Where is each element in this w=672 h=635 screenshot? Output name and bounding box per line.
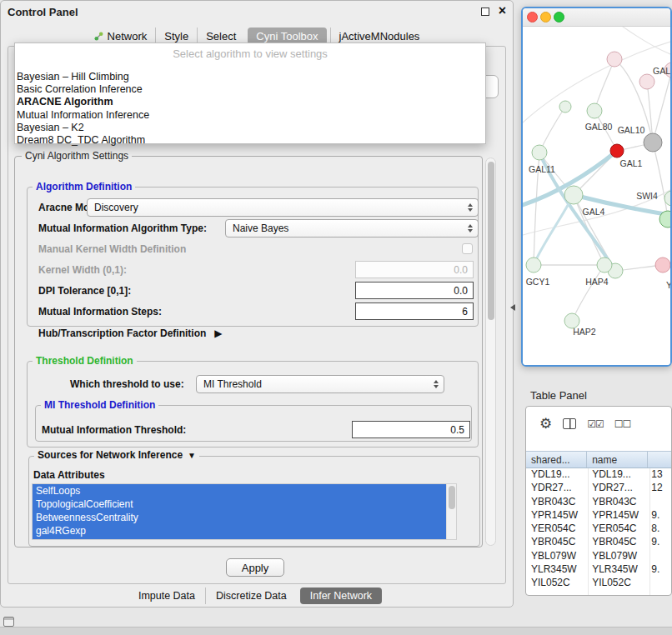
- network-tab-icon: [94, 32, 103, 41]
- mi-threshold-input[interactable]: 0.5: [352, 421, 470, 438]
- manual-kernel-checkbox[interactable]: [462, 243, 473, 254]
- table-row[interactable]: YLR345W YLR345W 9.: [526, 563, 671, 577]
- scrollbar-thumb[interactable]: [449, 486, 455, 509]
- dropdown-option[interactable]: Basic Correlation Inference: [15, 83, 485, 96]
- network-node-label: GAL: [653, 66, 670, 76]
- settings-scrollbar[interactable]: [485, 158, 496, 546]
- network-node-label: SWI4: [636, 191, 658, 201]
- hub-definition-label: Hub/Transcription Factor Definition: [38, 328, 206, 339]
- partially-visible-selected-row: [33, 538, 446, 540]
- table-row[interactable]: YIL052C YIL052C: [526, 577, 671, 590]
- network-node-label: GAL10: [618, 125, 645, 135]
- scrollbar-thumb[interactable]: [488, 162, 494, 320]
- columns-icon[interactable]: [563, 418, 576, 429]
- collapsed-arrow-icon: ▶: [214, 328, 222, 339]
- table-row[interactable]: YPR145W YPR145W 9.: [526, 509, 671, 522]
- tab-label: Select: [206, 30, 236, 42]
- tab-discretize-data[interactable]: Discretize Data: [205, 588, 297, 604]
- network-node[interactable]: [607, 52, 622, 67]
- network-canvas[interactable]: GALGAL80GAL10GAL1GAL11SWI4GAL4GCY1HAP4HA…: [523, 27, 670, 365]
- attribute-list-scrollbar[interactable]: [446, 484, 456, 539]
- minimize-traffic-button[interactable]: [540, 12, 551, 22]
- network-node[interactable]: [559, 101, 571, 112]
- data-attributes-list[interactable]: SelfLoops TopologicalCoefficient Between…: [32, 483, 457, 540]
- attribute-item-selected[interactable]: SelfLoops: [33, 484, 446, 498]
- combo-arrows-icon: [468, 203, 473, 212]
- network-canvas-container[interactable]: GALGAL80GAL10GAL1GAL11SWI4GAL4GCY1HAP4HA…: [523, 27, 670, 365]
- float-window-icon[interactable]: [481, 8, 489, 16]
- aracne-mode-select[interactable]: Discovery: [87, 198, 479, 217]
- column-header-shared-name[interactable]: shared...: [526, 452, 587, 468]
- network-node[interactable]: [610, 144, 624, 158]
- mi-threshold-group-title: MI Threshold Definition: [41, 399, 158, 411]
- table-row[interactable]: YDL19... YDL19... 13: [526, 468, 671, 482]
- attribute-item-selected[interactable]: BetweennessCentrality: [33, 511, 446, 524]
- dropdown-option[interactable]: Bayesian – Hill Climbing: [15, 71, 485, 83]
- network-node[interactable]: [597, 258, 612, 272]
- network-node[interactable]: [587, 103, 602, 118]
- network-edge: [594, 59, 614, 111]
- tab-impute-data[interactable]: Impute Data: [128, 588, 205, 604]
- control-panel-titlebar[interactable]: Control Panel ×: [1, 1, 513, 22]
- mi-steps-label: Mutual Information Steps:: [38, 306, 162, 318]
- select-all-checkboxes-icon[interactable]: ☑☑: [587, 418, 604, 430]
- table-row[interactable]: YBL079W YBL079W: [526, 550, 671, 563]
- dropdown-option[interactable]: Dream8 DC_TDC Algorithm: [15, 134, 485, 147]
- network-node[interactable]: [532, 145, 547, 160]
- network-node[interactable]: [639, 74, 654, 89]
- dpi-tolerance-input[interactable]: 0.0: [355, 282, 474, 299]
- zoom-traffic-button[interactable]: [554, 12, 564, 22]
- cell: YBL079W: [526, 550, 587, 563]
- network-node-label: HAP4: [585, 277, 609, 287]
- column-header-clipped[interactable]: [648, 452, 671, 468]
- cell: 9.: [648, 563, 671, 577]
- gear-icon[interactable]: ⚙: [539, 417, 552, 431]
- network-node-label: HAP2: [573, 327, 596, 337]
- mi-type-select[interactable]: Naive Bayes: [225, 219, 479, 238]
- dropdown-option[interactable]: Mutual Information Inference: [15, 109, 485, 122]
- column-header-name[interactable]: name: [587, 452, 648, 468]
- hub-definition-toggle[interactable]: Hub/Transcription Factor Definition ▶: [38, 328, 223, 339]
- cell: YPR145W: [587, 509, 648, 522]
- dropdown-options: Bayesian – Hill Climbing Basic Correlati…: [15, 71, 485, 147]
- tab-label: Cyni Toolbox: [256, 30, 318, 42]
- table-row[interactable]: YBR043C YBR043C: [526, 496, 671, 509]
- dropdown-option-selected[interactable]: ARACNE Algorithm: [15, 96, 485, 108]
- network-node[interactable]: [564, 186, 583, 204]
- network-window-titlebar[interactable]: [523, 8, 670, 27]
- cell: YDL19...: [587, 468, 648, 482]
- network-node-label: GAL1: [620, 158, 643, 168]
- cell: YLR345W: [526, 563, 587, 577]
- cell: 9.: [648, 536, 671, 549]
- table-row[interactable]: YBR045C YBR045C 9.: [526, 536, 671, 549]
- mi-steps-input[interactable]: 6: [355, 302, 474, 320]
- dropdown-option[interactable]: Bayesian – K2: [15, 122, 485, 134]
- table-body[interactable]: YDL19... YDL19... 13 YDR27... YDR27... 1…: [526, 468, 671, 595]
- network-node[interactable]: [526, 258, 541, 272]
- which-threshold-value: MI Threshold: [203, 378, 262, 390]
- dropdown-prompt: Select algorithm to view settings: [15, 48, 485, 60]
- network-node[interactable]: [655, 258, 670, 272]
- sources-title: Sources for Network Inference: [38, 449, 183, 461]
- minimized-panel-icon[interactable]: [3, 617, 14, 627]
- attribute-item-selected[interactable]: gal4RGexp: [33, 524, 446, 538]
- tab-infer-network[interactable]: Infer Network: [300, 588, 382, 604]
- cell: [648, 550, 671, 563]
- network-node[interactable]: [644, 133, 662, 152]
- close-traffic-button[interactable]: [527, 12, 538, 22]
- network-edge: [653, 142, 668, 219]
- apply-button[interactable]: Apply: [226, 558, 284, 577]
- network-view-window[interactable]: GALGAL80GAL10GAL1GAL11SWI4GAL4GCY1HAP4HA…: [521, 7, 672, 367]
- splitter-collapse-handle[interactable]: [510, 304, 515, 311]
- attribute-item-selected[interactable]: TopologicalCoefficient: [33, 498, 446, 511]
- which-threshold-select[interactable]: MI Threshold: [196, 375, 444, 393]
- close-window-icon[interactable]: ×: [499, 3, 506, 18]
- sources-toggle[interactable]: Sources for Network Inference ▼: [34, 449, 199, 461]
- cell: YBL079W: [587, 550, 648, 563]
- cell: 13: [648, 468, 671, 482]
- network-node-label: GAL4: [583, 207, 605, 217]
- table-row[interactable]: YDR27... YDR27... 12: [526, 482, 671, 495]
- network-node-label: Y: [666, 280, 670, 290]
- table-row[interactable]: YER054C YER054C 8.: [526, 522, 671, 536]
- clear-all-checkboxes-icon[interactable]: ☐☐: [614, 418, 631, 430]
